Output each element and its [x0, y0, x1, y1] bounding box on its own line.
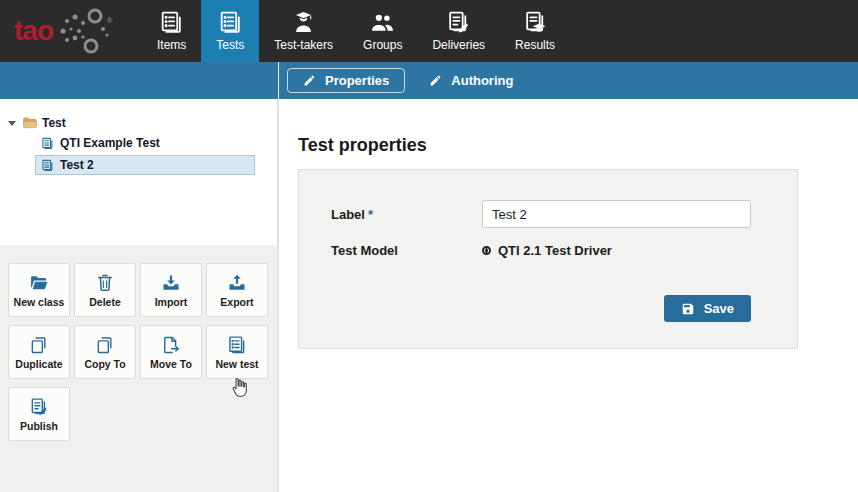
- action-label: Delete: [89, 296, 121, 308]
- nav-tab-test-takers[interactable]: Test-takers: [259, 0, 348, 62]
- results-icon: [523, 10, 548, 35]
- nav-tab-tests[interactable]: Tests: [201, 0, 259, 62]
- tree-node-test-class[interactable]: Test: [8, 115, 267, 131]
- test-takers-icon: [291, 10, 316, 35]
- test-icon: [41, 159, 54, 172]
- move-icon: [161, 335, 181, 355]
- test-model-label: Test Model: [331, 243, 482, 258]
- tree-item-test-2[interactable]: Test 2: [35, 155, 255, 175]
- save-button-label: Save: [704, 301, 734, 316]
- resource-sidebar: Test QTI Example Test Test 2: [0, 99, 279, 492]
- test-model-radio[interactable]: [482, 246, 491, 255]
- new-test-button[interactable]: New test: [206, 325, 268, 379]
- action-label: Copy To: [84, 358, 125, 370]
- publish-icon: [29, 397, 49, 417]
- subnav-sidebar-spacer: [0, 62, 279, 99]
- label-field-row: Label*: [331, 200, 751, 228]
- tab-properties-label: Properties: [325, 73, 389, 88]
- nav-tab-results[interactable]: Results: [500, 0, 570, 62]
- nav-tab-groups[interactable]: Groups: [348, 0, 417, 62]
- delete-button[interactable]: Delete: [74, 263, 136, 317]
- tab-properties[interactable]: Properties: [287, 68, 405, 93]
- section-action-bar: Properties Authoring: [0, 62, 858, 99]
- copy-icon: [95, 335, 115, 355]
- nav-tab-label: Groups: [363, 38, 402, 52]
- copy-to-button[interactable]: Copy To: [74, 325, 136, 379]
- save-icon: [681, 302, 695, 316]
- top-navigation-bar: tao ® Items: [0, 0, 858, 62]
- folder-open-icon: [29, 273, 49, 293]
- form-footer: Save: [331, 295, 751, 322]
- test-model-row: Test Model QTI 2.1 Test Driver: [331, 243, 751, 258]
- nav-tab-label: Results: [515, 38, 555, 52]
- radio-dot: [485, 248, 488, 253]
- resource-tree: Test QTI Example Test Test 2: [0, 99, 277, 245]
- nav-tab-label: Deliveries: [432, 38, 485, 52]
- nav-tab-label: Tests: [216, 38, 244, 52]
- svg-text:®: ®: [107, 17, 113, 24]
- label-text: Label: [331, 207, 365, 222]
- save-button[interactable]: Save: [664, 295, 751, 322]
- page-title: Test properties: [298, 135, 858, 156]
- groups-icon: [370, 10, 395, 35]
- action-label: Import: [155, 296, 188, 308]
- tree-action-panel: New class Delete Import: [0, 245, 277, 492]
- required-asterisk: *: [368, 207, 373, 222]
- publish-button[interactable]: Publish: [8, 387, 70, 441]
- tao-logo-burst-icon: ®: [55, 7, 113, 55]
- main-nav-tabs: Items Tests Test-takers: [142, 0, 570, 62]
- tree-node-label: Test: [42, 116, 66, 130]
- export-icon: [227, 273, 247, 293]
- new-test-icon: [227, 335, 247, 355]
- tree-item-qti-example-test[interactable]: QTI Example Test: [35, 133, 255, 153]
- action-label: Move To: [150, 358, 192, 370]
- tree-item-label: Test 2: [60, 158, 94, 172]
- tab-authoring[interactable]: Authoring: [413, 68, 529, 93]
- nav-tab-deliveries[interactable]: Deliveries: [417, 0, 500, 62]
- action-label: Publish: [20, 420, 58, 432]
- deliveries-icon: [446, 10, 471, 35]
- action-label: Export: [220, 296, 253, 308]
- test-icon: [41, 137, 54, 150]
- tab-authoring-label: Authoring: [451, 73, 513, 88]
- import-button[interactable]: Import: [140, 263, 202, 317]
- label-input[interactable]: [482, 200, 751, 228]
- items-icon: [159, 10, 184, 35]
- pencil-icon: [429, 74, 442, 87]
- nav-tab-items[interactable]: Items: [142, 0, 201, 62]
- caret-down-icon[interactable]: [8, 121, 16, 126]
- main-content: Test properties Label* Test Model QTI 2.…: [279, 99, 858, 492]
- import-icon: [161, 273, 181, 293]
- export-button[interactable]: Export: [206, 263, 268, 317]
- pencil-icon: [303, 74, 316, 87]
- folder-icon: [22, 115, 38, 131]
- nav-tab-label: Items: [157, 38, 186, 52]
- tests-icon: [218, 10, 243, 35]
- tao-logo-text: tao: [14, 17, 53, 45]
- duplicate-button[interactable]: Duplicate: [8, 325, 70, 379]
- tao-logo[interactable]: tao ®: [0, 0, 142, 62]
- action-label: New test: [215, 358, 258, 370]
- test-properties-form: Label* Test Model QTI 2.1 Test Driver Sa…: [298, 169, 798, 349]
- move-to-button[interactable]: Move To: [140, 325, 202, 379]
- label-field-label: Label*: [331, 207, 482, 222]
- action-label: Duplicate: [15, 358, 62, 370]
- nav-tab-label: Test-takers: [274, 38, 333, 52]
- action-label: New class: [14, 296, 65, 308]
- new-class-button[interactable]: New class: [8, 263, 70, 317]
- tree-item-label: QTI Example Test: [60, 136, 160, 150]
- duplicate-icon: [29, 335, 49, 355]
- test-model-option-label: QTI 2.1 Test Driver: [498, 243, 612, 258]
- trash-icon: [95, 273, 115, 293]
- workspace: Test QTI Example Test Test 2: [0, 99, 858, 492]
